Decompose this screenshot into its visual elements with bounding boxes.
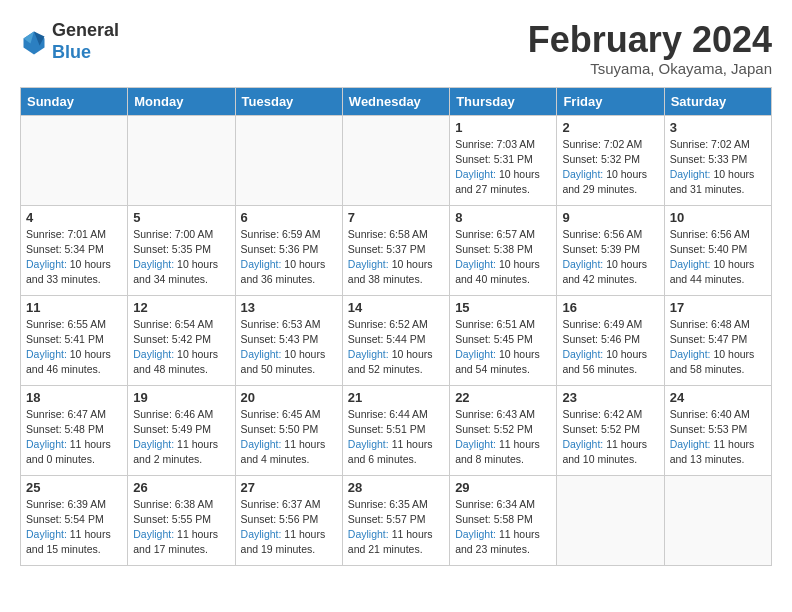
daylight-label: Daylight:: [348, 528, 392, 540]
day-info: Sunrise: 7:00 AMSunset: 5:35 PMDaylight:…: [133, 227, 229, 288]
day-info: Sunrise: 7:01 AMSunset: 5:34 PMDaylight:…: [26, 227, 122, 288]
daylight-label: Daylight:: [133, 528, 177, 540]
page-header: GeneralBlue February 2024 Tsuyama, Okaya…: [20, 20, 772, 77]
calendar-day: 5Sunrise: 7:00 AMSunset: 5:35 PMDaylight…: [128, 205, 235, 295]
calendar-day: 19Sunrise: 6:46 AMSunset: 5:49 PMDayligh…: [128, 385, 235, 475]
calendar-day: 1Sunrise: 7:03 AMSunset: 5:31 PMDaylight…: [450, 115, 557, 205]
day-info: Sunrise: 7:02 AMSunset: 5:33 PMDaylight:…: [670, 137, 766, 198]
calendar-week: 11Sunrise: 6:55 AMSunset: 5:41 PMDayligh…: [21, 295, 772, 385]
day-info: Sunrise: 7:03 AMSunset: 5:31 PMDaylight:…: [455, 137, 551, 198]
weekday-header: Wednesday: [342, 87, 449, 115]
calendar-day: 15Sunrise: 6:51 AMSunset: 5:45 PMDayligh…: [450, 295, 557, 385]
day-number: 17: [670, 300, 766, 315]
daylight-label: Daylight:: [133, 258, 177, 270]
calendar-day: 4Sunrise: 7:01 AMSunset: 5:34 PMDaylight…: [21, 205, 128, 295]
calendar-day: 22Sunrise: 6:43 AMSunset: 5:52 PMDayligh…: [450, 385, 557, 475]
calendar-day: 18Sunrise: 6:47 AMSunset: 5:48 PMDayligh…: [21, 385, 128, 475]
logo: GeneralBlue: [20, 20, 119, 63]
day-number: 25: [26, 480, 122, 495]
day-info: Sunrise: 6:51 AMSunset: 5:45 PMDaylight:…: [455, 317, 551, 378]
day-number: 27: [241, 480, 337, 495]
calendar-day: [21, 115, 128, 205]
calendar-week: 1Sunrise: 7:03 AMSunset: 5:31 PMDaylight…: [21, 115, 772, 205]
day-info: Sunrise: 6:45 AMSunset: 5:50 PMDaylight:…: [241, 407, 337, 468]
weekday-header: Thursday: [450, 87, 557, 115]
day-info: Sunrise: 6:37 AMSunset: 5:56 PMDaylight:…: [241, 497, 337, 558]
daylight-label: Daylight:: [455, 528, 499, 540]
calendar-day: [557, 475, 664, 565]
calendar-day: 11Sunrise: 6:55 AMSunset: 5:41 PMDayligh…: [21, 295, 128, 385]
day-info: Sunrise: 6:52 AMSunset: 5:44 PMDaylight:…: [348, 317, 444, 378]
daylight-label: Daylight:: [670, 168, 714, 180]
month-title: February 2024: [528, 20, 772, 60]
day-info: Sunrise: 6:35 AMSunset: 5:57 PMDaylight:…: [348, 497, 444, 558]
calendar-day: 13Sunrise: 6:53 AMSunset: 5:43 PMDayligh…: [235, 295, 342, 385]
daylight-label: Daylight:: [26, 438, 70, 450]
title-block: February 2024 Tsuyama, Okayama, Japan: [528, 20, 772, 77]
day-info: Sunrise: 6:44 AMSunset: 5:51 PMDaylight:…: [348, 407, 444, 468]
logo-text: GeneralBlue: [52, 20, 119, 63]
calendar-week: 4Sunrise: 7:01 AMSunset: 5:34 PMDaylight…: [21, 205, 772, 295]
calendar-day: 25Sunrise: 6:39 AMSunset: 5:54 PMDayligh…: [21, 475, 128, 565]
day-number: 28: [348, 480, 444, 495]
location-title: Tsuyama, Okayama, Japan: [528, 60, 772, 77]
weekday-header: Tuesday: [235, 87, 342, 115]
day-number: 23: [562, 390, 658, 405]
logo-icon: [20, 28, 48, 56]
daylight-label: Daylight:: [348, 258, 392, 270]
day-number: 8: [455, 210, 551, 225]
calendar-day: 27Sunrise: 6:37 AMSunset: 5:56 PMDayligh…: [235, 475, 342, 565]
daylight-label: Daylight:: [670, 348, 714, 360]
day-number: 16: [562, 300, 658, 315]
day-number: 3: [670, 120, 766, 135]
day-number: 10: [670, 210, 766, 225]
daylight-label: Daylight:: [670, 438, 714, 450]
day-number: 26: [133, 480, 229, 495]
day-info: Sunrise: 6:56 AMSunset: 5:39 PMDaylight:…: [562, 227, 658, 288]
calendar-day: [664, 475, 771, 565]
daylight-label: Daylight:: [26, 258, 70, 270]
calendar-day: 29Sunrise: 6:34 AMSunset: 5:58 PMDayligh…: [450, 475, 557, 565]
day-info: Sunrise: 6:49 AMSunset: 5:46 PMDaylight:…: [562, 317, 658, 378]
calendar-day: 14Sunrise: 6:52 AMSunset: 5:44 PMDayligh…: [342, 295, 449, 385]
day-number: 2: [562, 120, 658, 135]
day-number: 11: [26, 300, 122, 315]
calendar-day: 10Sunrise: 6:56 AMSunset: 5:40 PMDayligh…: [664, 205, 771, 295]
calendar-day: [342, 115, 449, 205]
day-number: 15: [455, 300, 551, 315]
header-row: SundayMondayTuesdayWednesdayThursdayFrid…: [21, 87, 772, 115]
day-number: 19: [133, 390, 229, 405]
day-info: Sunrise: 6:38 AMSunset: 5:55 PMDaylight:…: [133, 497, 229, 558]
day-number: 22: [455, 390, 551, 405]
day-number: 5: [133, 210, 229, 225]
calendar-day: 3Sunrise: 7:02 AMSunset: 5:33 PMDaylight…: [664, 115, 771, 205]
daylight-label: Daylight:: [562, 438, 606, 450]
day-number: 4: [26, 210, 122, 225]
day-info: Sunrise: 6:55 AMSunset: 5:41 PMDaylight:…: [26, 317, 122, 378]
calendar-day: 16Sunrise: 6:49 AMSunset: 5:46 PMDayligh…: [557, 295, 664, 385]
daylight-label: Daylight:: [241, 528, 285, 540]
daylight-label: Daylight:: [241, 258, 285, 270]
daylight-label: Daylight:: [562, 258, 606, 270]
calendar-day: 12Sunrise: 6:54 AMSunset: 5:42 PMDayligh…: [128, 295, 235, 385]
weekday-header: Sunday: [21, 87, 128, 115]
day-info: Sunrise: 6:40 AMSunset: 5:53 PMDaylight:…: [670, 407, 766, 468]
calendar-day: 28Sunrise: 6:35 AMSunset: 5:57 PMDayligh…: [342, 475, 449, 565]
calendar-day: 7Sunrise: 6:58 AMSunset: 5:37 PMDaylight…: [342, 205, 449, 295]
daylight-label: Daylight:: [562, 168, 606, 180]
calendar-day: 26Sunrise: 6:38 AMSunset: 5:55 PMDayligh…: [128, 475, 235, 565]
day-info: Sunrise: 6:57 AMSunset: 5:38 PMDaylight:…: [455, 227, 551, 288]
day-number: 18: [26, 390, 122, 405]
calendar-week: 25Sunrise: 6:39 AMSunset: 5:54 PMDayligh…: [21, 475, 772, 565]
daylight-label: Daylight:: [455, 168, 499, 180]
daylight-label: Daylight:: [455, 258, 499, 270]
day-info: Sunrise: 6:56 AMSunset: 5:40 PMDaylight:…: [670, 227, 766, 288]
day-number: 7: [348, 210, 444, 225]
day-number: 12: [133, 300, 229, 315]
daylight-label: Daylight:: [26, 348, 70, 360]
day-info: Sunrise: 6:54 AMSunset: 5:42 PMDaylight:…: [133, 317, 229, 378]
daylight-label: Daylight:: [455, 438, 499, 450]
day-number: 13: [241, 300, 337, 315]
weekday-header: Saturday: [664, 87, 771, 115]
day-number: 1: [455, 120, 551, 135]
